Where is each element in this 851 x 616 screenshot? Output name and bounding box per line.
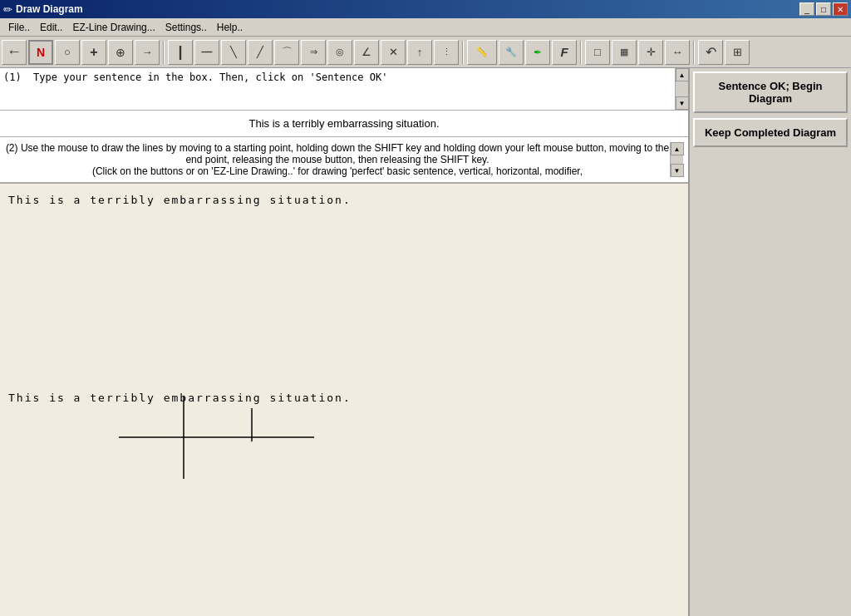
diagram-svg bbox=[0, 184, 688, 616]
bold-f-tool[interactable]: F bbox=[552, 40, 577, 65]
sentence-ok-button[interactable]: Sentence OK; Begin Diagram bbox=[693, 71, 848, 113]
step1-scroll-down[interactable]: ▼ bbox=[676, 96, 689, 110]
canvas-area[interactable]: This is a terribly embarrassing situatio… bbox=[0, 184, 688, 616]
right-arrow-tool[interactable]: → bbox=[135, 40, 160, 65]
step1-scrollbar: ▲ ▼ bbox=[675, 68, 688, 110]
circle-tool[interactable]: ○ bbox=[55, 40, 80, 65]
diagonal2-tool[interactable]: ╱ bbox=[248, 40, 273, 65]
right-panel: Sentence OK; Begin Diagram Keep Complete… bbox=[689, 68, 851, 616]
window-controls: _ □ ✕ bbox=[799, 2, 848, 16]
step2-scroll-down[interactable]: ▼ bbox=[671, 164, 684, 177]
menu-edit[interactable]: Edit.. bbox=[35, 20, 67, 35]
main-content: ▲ ▼ This is a terribly embarrassing situ… bbox=[0, 68, 851, 616]
toolbar-sep-3 bbox=[580, 41, 582, 64]
canvas-text-1: This is a terribly embarrassing situatio… bbox=[8, 194, 352, 206]
toolbar: ← N ○ + ⊕ → | ─ ╲ ╱ ⌒ ⇒ ◎ ∠ ✕ ↑ ⋮ 📏 🔧 ✒ … bbox=[0, 37, 851, 68]
angle-tool[interactable]: ∠ bbox=[354, 40, 379, 65]
instruction-area: ▲ ▼ This is a terribly embarrassing situ… bbox=[0, 68, 688, 184]
text-box-tool[interactable]: ▦ bbox=[612, 40, 637, 65]
toolbar-sep-4 bbox=[693, 41, 695, 64]
x-cross-tool[interactable]: ✕ bbox=[381, 40, 406, 65]
split-tool[interactable]: ⋮ bbox=[434, 40, 459, 65]
menu-settings[interactable]: Settings.. bbox=[160, 20, 212, 35]
step2-scroll-up[interactable]: ▲ bbox=[671, 142, 684, 155]
diagonal1-tool[interactable]: ╲ bbox=[221, 40, 246, 65]
menu-ezline[interactable]: EZ-Line Drawing... bbox=[67, 20, 160, 35]
title-bar: ✏ Draw Diagram _ □ ✕ bbox=[0, 0, 851, 18]
keep-diagram-button[interactable]: Keep Completed Diagram bbox=[693, 118, 848, 147]
app-icon: ✏ bbox=[3, 3, 12, 16]
canvas-text-2: This is a terribly embarrassing situatio… bbox=[8, 392, 352, 404]
crosshair-tool[interactable]: ⊕ bbox=[108, 40, 133, 65]
step2-scroll-track bbox=[671, 155, 683, 164]
canvas-sentence-top: This is a terribly embarrassing situatio… bbox=[8, 194, 352, 206]
step1-textarea[interactable] bbox=[0, 68, 675, 110]
step1-box: ▲ ▼ bbox=[0, 68, 688, 111]
horizontal-line-tool[interactable]: ─ bbox=[194, 40, 219, 65]
wrench-tool[interactable]: 🔧 bbox=[499, 40, 524, 65]
double-arrow-tool[interactable]: ⇒ bbox=[301, 40, 326, 65]
n-button[interactable]: N bbox=[28, 40, 53, 65]
vertical-line-tool[interactable]: | bbox=[168, 40, 193, 65]
maximize-button[interactable]: □ bbox=[816, 2, 831, 16]
lr-arrow-tool[interactable]: ↔ bbox=[665, 40, 690, 65]
step2-box: (2) Use the mouse to draw the lines by m… bbox=[0, 137, 688, 183]
sentence-text: This is a terribly embarrassing situatio… bbox=[248, 117, 439, 130]
back-button[interactable]: ← bbox=[2, 40, 27, 65]
up-arrow-tool[interactable]: ↑ bbox=[407, 40, 432, 65]
minimize-button[interactable]: _ bbox=[799, 2, 814, 16]
toolbar-sep-1 bbox=[163, 41, 165, 64]
step1-scroll-track bbox=[676, 81, 688, 96]
arc-tool[interactable]: ⌒ bbox=[274, 40, 299, 65]
menu-file[interactable]: File.. bbox=[3, 20, 35, 35]
plus-tool[interactable]: + bbox=[81, 40, 106, 65]
undo-button[interactable]: ↶ bbox=[698, 40, 723, 65]
toolbar-sep-2 bbox=[462, 41, 464, 64]
step2-text: (2) Use the mouse to draw the lines by m… bbox=[5, 142, 670, 177]
step2-content: (2) Use the mouse to draw the lines by m… bbox=[6, 142, 669, 177]
grid-button[interactable]: ⊞ bbox=[725, 40, 750, 65]
close-button[interactable]: ✕ bbox=[833, 2, 848, 16]
step2-scrollbar: ▲ ▼ bbox=[670, 142, 683, 177]
menu-help[interactable]: Help.. bbox=[212, 20, 248, 35]
left-panel: ▲ ▼ This is a terribly embarrassing situ… bbox=[0, 68, 689, 616]
eye-tool[interactable]: ◎ bbox=[327, 40, 352, 65]
ruler-tool[interactable]: 📏 bbox=[467, 40, 497, 65]
paint-tool[interactable]: ✒ bbox=[525, 40, 550, 65]
canvas-sentence-bottom: This is a terribly embarrassing situatio… bbox=[8, 392, 352, 404]
sentence-display: This is a terribly embarrassing situatio… bbox=[0, 111, 688, 137]
rectangle-tool[interactable]: □ bbox=[585, 40, 610, 65]
move4-tool[interactable]: ✛ bbox=[638, 40, 663, 65]
step1-scroll-up[interactable]: ▲ bbox=[676, 68, 689, 81]
menu-bar: File.. Edit.. EZ-Line Drawing... Setting… bbox=[0, 18, 851, 37]
app-title: Draw Diagram bbox=[16, 3, 799, 15]
